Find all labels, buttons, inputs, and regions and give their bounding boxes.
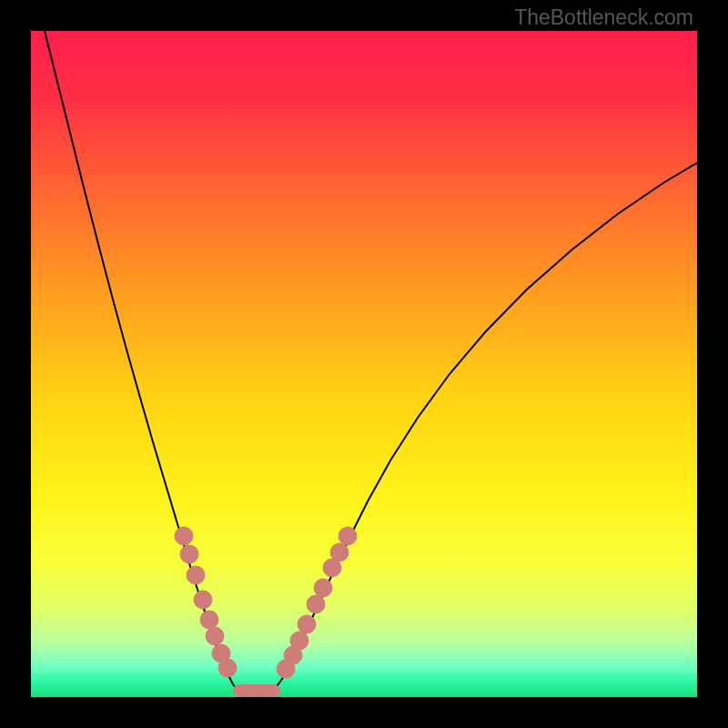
data-point	[175, 527, 193, 545]
data-dots-right	[277, 527, 357, 678]
plot-area	[31, 31, 697, 697]
data-point	[200, 611, 218, 629]
data-point	[314, 579, 332, 597]
bottom-bar	[233, 684, 280, 697]
data-point	[194, 591, 212, 609]
data-point	[218, 659, 237, 677]
bottleneck-curve	[45, 31, 697, 697]
data-point	[307, 595, 325, 613]
watermark-text: TheBottleneck.com	[514, 5, 693, 30]
data-point	[290, 632, 308, 650]
data-dots-left	[175, 527, 237, 677]
data-point	[339, 527, 357, 545]
data-point	[180, 545, 198, 563]
data-point	[206, 627, 224, 645]
data-point	[187, 566, 205, 584]
curve-layer	[31, 31, 697, 697]
chart-frame: TheBottleneck.com	[0, 0, 728, 728]
data-point	[298, 615, 316, 633]
data-point	[330, 543, 349, 561]
